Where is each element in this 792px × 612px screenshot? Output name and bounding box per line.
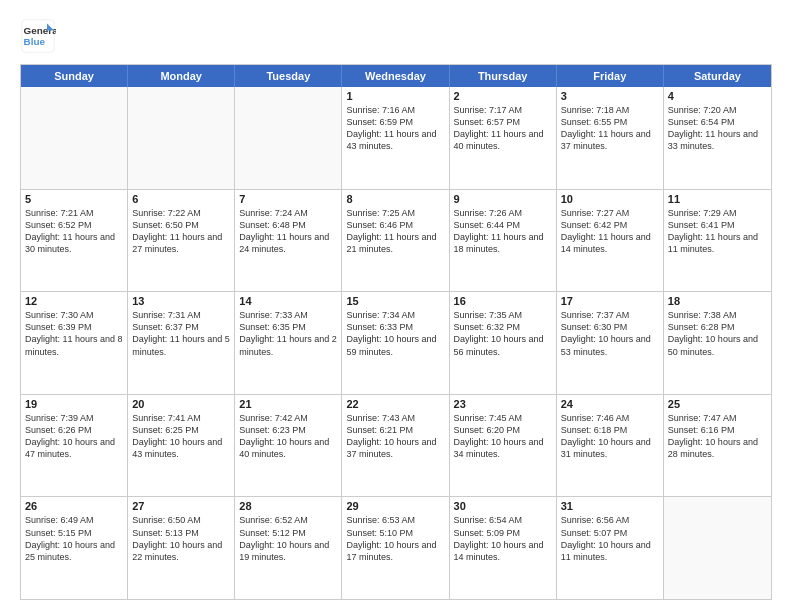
svg-text:General: General <box>24 25 56 36</box>
header-day-friday: Friday <box>557 65 664 87</box>
day-info: Sunrise: 6:54 AM Sunset: 5:09 PM Dayligh… <box>454 514 552 563</box>
day-info: Sunrise: 7:39 AM Sunset: 6:26 PM Dayligh… <box>25 412 123 461</box>
day-number: 19 <box>25 398 123 410</box>
cal-day-27: 27Sunrise: 6:50 AM Sunset: 5:13 PM Dayli… <box>128 497 235 599</box>
day-number: 30 <box>454 500 552 512</box>
day-info: Sunrise: 7:31 AM Sunset: 6:37 PM Dayligh… <box>132 309 230 358</box>
day-info: Sunrise: 7:42 AM Sunset: 6:23 PM Dayligh… <box>239 412 337 461</box>
day-info: Sunrise: 7:29 AM Sunset: 6:41 PM Dayligh… <box>668 207 767 256</box>
cal-day-17: 17Sunrise: 7:37 AM Sunset: 6:30 PM Dayli… <box>557 292 664 394</box>
header-day-tuesday: Tuesday <box>235 65 342 87</box>
header-day-sunday: Sunday <box>21 65 128 87</box>
cal-day-2: 2Sunrise: 7:17 AM Sunset: 6:57 PM Daylig… <box>450 87 557 189</box>
day-info: Sunrise: 7:25 AM Sunset: 6:46 PM Dayligh… <box>346 207 444 256</box>
day-number: 5 <box>25 193 123 205</box>
day-info: Sunrise: 6:50 AM Sunset: 5:13 PM Dayligh… <box>132 514 230 563</box>
day-info: Sunrise: 6:49 AM Sunset: 5:15 PM Dayligh… <box>25 514 123 563</box>
day-info: Sunrise: 6:53 AM Sunset: 5:10 PM Dayligh… <box>346 514 444 563</box>
cal-day-31: 31Sunrise: 6:56 AM Sunset: 5:07 PM Dayli… <box>557 497 664 599</box>
day-info: Sunrise: 7:41 AM Sunset: 6:25 PM Dayligh… <box>132 412 230 461</box>
cal-day-11: 11Sunrise: 7:29 AM Sunset: 6:41 PM Dayli… <box>664 190 771 292</box>
day-info: Sunrise: 7:17 AM Sunset: 6:57 PM Dayligh… <box>454 104 552 153</box>
day-number: 11 <box>668 193 767 205</box>
day-number: 17 <box>561 295 659 307</box>
svg-text:Blue: Blue <box>24 36 46 47</box>
cal-day-empty <box>235 87 342 189</box>
cal-day-24: 24Sunrise: 7:46 AM Sunset: 6:18 PM Dayli… <box>557 395 664 497</box>
day-number: 18 <box>668 295 767 307</box>
day-number: 28 <box>239 500 337 512</box>
cal-day-22: 22Sunrise: 7:43 AM Sunset: 6:21 PM Dayli… <box>342 395 449 497</box>
day-number: 10 <box>561 193 659 205</box>
cal-day-18: 18Sunrise: 7:38 AM Sunset: 6:28 PM Dayli… <box>664 292 771 394</box>
calendar-header: SundayMondayTuesdayWednesdayThursdayFrid… <box>21 65 771 87</box>
day-info: Sunrise: 7:20 AM Sunset: 6:54 PM Dayligh… <box>668 104 767 153</box>
day-number: 7 <box>239 193 337 205</box>
cal-day-8: 8Sunrise: 7:25 AM Sunset: 6:46 PM Daylig… <box>342 190 449 292</box>
cal-day-25: 25Sunrise: 7:47 AM Sunset: 6:16 PM Dayli… <box>664 395 771 497</box>
day-info: Sunrise: 7:46 AM Sunset: 6:18 PM Dayligh… <box>561 412 659 461</box>
day-info: Sunrise: 7:26 AM Sunset: 6:44 PM Dayligh… <box>454 207 552 256</box>
cal-day-16: 16Sunrise: 7:35 AM Sunset: 6:32 PM Dayli… <box>450 292 557 394</box>
cal-day-10: 10Sunrise: 7:27 AM Sunset: 6:42 PM Dayli… <box>557 190 664 292</box>
cal-day-empty <box>21 87 128 189</box>
logo-icon: General Blue <box>20 18 56 54</box>
day-number: 6 <box>132 193 230 205</box>
day-info: Sunrise: 7:24 AM Sunset: 6:48 PM Dayligh… <box>239 207 337 256</box>
calendar: SundayMondayTuesdayWednesdayThursdayFrid… <box>20 64 772 600</box>
day-number: 29 <box>346 500 444 512</box>
day-number: 27 <box>132 500 230 512</box>
day-number: 2 <box>454 90 552 102</box>
day-number: 14 <box>239 295 337 307</box>
day-info: Sunrise: 7:45 AM Sunset: 6:20 PM Dayligh… <box>454 412 552 461</box>
day-info: Sunrise: 7:37 AM Sunset: 6:30 PM Dayligh… <box>561 309 659 358</box>
logo: General Blue <box>20 18 62 54</box>
header-day-wednesday: Wednesday <box>342 65 449 87</box>
header-day-monday: Monday <box>128 65 235 87</box>
day-number: 13 <box>132 295 230 307</box>
cal-day-5: 5Sunrise: 7:21 AM Sunset: 6:52 PM Daylig… <box>21 190 128 292</box>
cal-day-26: 26Sunrise: 6:49 AM Sunset: 5:15 PM Dayli… <box>21 497 128 599</box>
day-number: 9 <box>454 193 552 205</box>
cal-day-30: 30Sunrise: 6:54 AM Sunset: 5:09 PM Dayli… <box>450 497 557 599</box>
cal-day-empty <box>128 87 235 189</box>
header-day-thursday: Thursday <box>450 65 557 87</box>
day-info: Sunrise: 7:16 AM Sunset: 6:59 PM Dayligh… <box>346 104 444 153</box>
day-info: Sunrise: 7:27 AM Sunset: 6:42 PM Dayligh… <box>561 207 659 256</box>
day-number: 12 <box>25 295 123 307</box>
cal-day-28: 28Sunrise: 6:52 AM Sunset: 5:12 PM Dayli… <box>235 497 342 599</box>
cal-day-6: 6Sunrise: 7:22 AM Sunset: 6:50 PM Daylig… <box>128 190 235 292</box>
calendar-week-4: 26Sunrise: 6:49 AM Sunset: 5:15 PM Dayli… <box>21 496 771 599</box>
day-number: 26 <box>25 500 123 512</box>
cal-day-23: 23Sunrise: 7:45 AM Sunset: 6:20 PM Dayli… <box>450 395 557 497</box>
cal-day-29: 29Sunrise: 6:53 AM Sunset: 5:10 PM Dayli… <box>342 497 449 599</box>
day-number: 31 <box>561 500 659 512</box>
day-info: Sunrise: 7:22 AM Sunset: 6:50 PM Dayligh… <box>132 207 230 256</box>
day-number: 15 <box>346 295 444 307</box>
day-info: Sunrise: 7:47 AM Sunset: 6:16 PM Dayligh… <box>668 412 767 461</box>
cal-day-4: 4Sunrise: 7:20 AM Sunset: 6:54 PM Daylig… <box>664 87 771 189</box>
day-info: Sunrise: 6:52 AM Sunset: 5:12 PM Dayligh… <box>239 514 337 563</box>
cal-day-13: 13Sunrise: 7:31 AM Sunset: 6:37 PM Dayli… <box>128 292 235 394</box>
day-number: 4 <box>668 90 767 102</box>
cal-day-14: 14Sunrise: 7:33 AM Sunset: 6:35 PM Dayli… <box>235 292 342 394</box>
cal-day-15: 15Sunrise: 7:34 AM Sunset: 6:33 PM Dayli… <box>342 292 449 394</box>
cal-day-empty <box>664 497 771 599</box>
day-info: Sunrise: 7:21 AM Sunset: 6:52 PM Dayligh… <box>25 207 123 256</box>
header: General Blue <box>20 18 772 54</box>
cal-day-9: 9Sunrise: 7:26 AM Sunset: 6:44 PM Daylig… <box>450 190 557 292</box>
cal-day-1: 1Sunrise: 7:16 AM Sunset: 6:59 PM Daylig… <box>342 87 449 189</box>
day-number: 20 <box>132 398 230 410</box>
day-number: 16 <box>454 295 552 307</box>
day-info: Sunrise: 7:38 AM Sunset: 6:28 PM Dayligh… <box>668 309 767 358</box>
calendar-body: 1Sunrise: 7:16 AM Sunset: 6:59 PM Daylig… <box>21 87 771 599</box>
day-info: Sunrise: 7:34 AM Sunset: 6:33 PM Dayligh… <box>346 309 444 358</box>
header-day-saturday: Saturday <box>664 65 771 87</box>
cal-day-7: 7Sunrise: 7:24 AM Sunset: 6:48 PM Daylig… <box>235 190 342 292</box>
day-info: Sunrise: 7:43 AM Sunset: 6:21 PM Dayligh… <box>346 412 444 461</box>
cal-day-20: 20Sunrise: 7:41 AM Sunset: 6:25 PM Dayli… <box>128 395 235 497</box>
day-info: Sunrise: 7:35 AM Sunset: 6:32 PM Dayligh… <box>454 309 552 358</box>
page: General Blue SundayMondayTuesdayWednesda… <box>0 0 792 612</box>
cal-day-21: 21Sunrise: 7:42 AM Sunset: 6:23 PM Dayli… <box>235 395 342 497</box>
day-info: Sunrise: 6:56 AM Sunset: 5:07 PM Dayligh… <box>561 514 659 563</box>
